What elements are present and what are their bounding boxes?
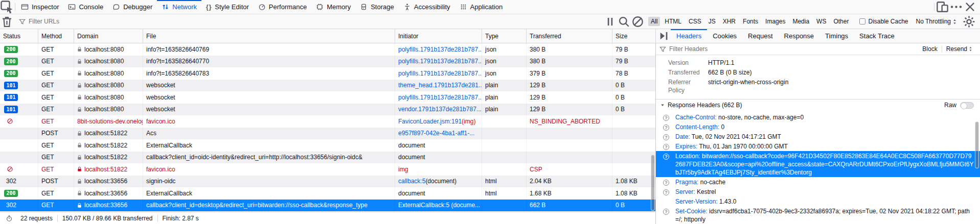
response-header-row[interactable]: Server-Version: 1.43.0 <box>656 196 980 206</box>
detail-tab-request[interactable]: Request <box>742 29 778 43</box>
filter-urls-input[interactable]: Filter URLs <box>16 18 603 26</box>
throttling-dropdown[interactable]: No Throttling <box>914 18 960 25</box>
filter-html[interactable]: HTML <box>662 17 684 26</box>
filter-all[interactable]: All <box>648 17 660 26</box>
column-header-transferred[interactable]: Transferred <box>527 29 612 43</box>
tab-memory[interactable]: Memory <box>311 0 355 14</box>
performance-analysis-button[interactable] <box>2 215 16 222</box>
table-row[interactable]: GET8bit-solutions-dev.onelogin....favico… <box>0 115 655 128</box>
request-list-scrollbar[interactable] <box>651 155 655 211</box>
column-header-domain[interactable]: Domain <box>74 29 143 43</box>
block-requests-button[interactable] <box>631 15 645 29</box>
pause-recording-button[interactable] <box>603 15 617 29</box>
filter-js[interactable]: JS <box>706 17 718 26</box>
filter-media[interactable]: Media <box>790 17 812 26</box>
response-header-row[interactable]: Cache-Control: no-store, no-cache, max-a… <box>656 112 980 122</box>
detail-tab-headers[interactable]: Headers <box>671 29 707 43</box>
table-row[interactable]: 200GETlocalhost:8080info?t=1635826640783… <box>0 67 655 80</box>
tab-storage[interactable]: Storage <box>355 0 399 14</box>
tab-performance[interactable]: Performance <box>254 0 311 14</box>
disable-cache-checkbox[interactable]: Disable Cache <box>855 18 910 25</box>
initiator-text[interactable]: polyfills.1791b137de281b787... <box>398 94 482 101</box>
pick-element-button[interactable] <box>0 0 14 14</box>
table-row[interactable]: GETlocalhost:51822ExternalCallbackdocume… <box>0 139 655 152</box>
file-text: info?t=1635826640783 <box>146 70 209 77</box>
domain-cell: localhost:8080 <box>74 91 143 104</box>
search-button[interactable] <box>617 15 631 29</box>
table-row[interactable]: POSTlocalhost:51822Acse957f897-042e-4ba1… <box>0 128 655 140</box>
response-header-row[interactable]: Content-Length: 0 <box>656 122 980 132</box>
response-header-row[interactable]: Pragma: no-cache <box>656 177 980 187</box>
column-header-initiator[interactable]: Initiator <box>395 29 482 43</box>
tab-application[interactable]: Application <box>455 0 508 14</box>
response-header-row[interactable]: Set-Cookie: idsrv=adf6cba1-7075-402b-9ec… <box>656 206 980 224</box>
close-devtools-button[interactable] <box>963 0 977 14</box>
table-row[interactable]: 200GETlocalhost:33656ExternalCallbackdoc… <box>0 187 655 200</box>
detail-tab-response[interactable]: Response <box>779 29 820 43</box>
tab-accessibility[interactable]: Accessibility <box>399 0 455 14</box>
clear-requests-button[interactable] <box>0 15 14 29</box>
column-header-method[interactable]: Method <box>38 29 74 43</box>
toggle-panel-button[interactable] <box>657 29 671 43</box>
response-header-row[interactable]: Date: Tue, 02 Nov 2021 04:17:21 GMT <box>656 132 980 141</box>
tab-network[interactable]: Network <box>157 0 201 14</box>
style-editor-icon: {} <box>206 4 212 11</box>
tab-style-editor[interactable]: {}Style Editor <box>201 0 254 14</box>
initiator-text[interactable]: e957f897-042e-4ba1-aff1-... <box>398 130 474 137</box>
filter-ws[interactable]: WS <box>814 17 829 26</box>
filter-images[interactable]: Images <box>763 17 788 26</box>
column-header-type[interactable]: Type <box>482 29 527 43</box>
resend-button[interactable]: Resend <box>942 45 977 53</box>
initiator-text[interactable]: polyfills.1791b137de281b787... <box>398 58 482 65</box>
filter-fonts[interactable]: Fonts <box>740 17 761 26</box>
detail-tab-cookies[interactable]: Cookies <box>707 29 742 43</box>
responsive-design-button[interactable] <box>936 0 949 14</box>
network-statusbar: 22 requests 150.07 KB / 89.66 KB transfe… <box>0 212 655 224</box>
filter-css[interactable]: CSS <box>686 17 704 26</box>
tab-console[interactable]: Console <box>63 0 108 14</box>
filter-other[interactable]: Other <box>831 17 851 26</box>
network-settings-button[interactable] <box>962 15 976 29</box>
initiator-text[interactable]: callback:5 <box>398 178 425 185</box>
table-row[interactable]: 200GETlocalhost:8080info?t=1635826640770… <box>0 56 655 68</box>
table-row[interactable]: 101GETlocalhost:8080websocketpolyfills.1… <box>0 91 655 104</box>
filter-xhr[interactable]: XHR <box>720 17 738 26</box>
column-header-size[interactable]: Size <box>612 29 656 43</box>
initiator-text[interactable]: vendor.1791b137de281b787... <box>398 106 482 113</box>
tab-debugger[interactable]: Debugger <box>108 0 157 14</box>
response-header-row[interactable]: Location: bitwarden://sso-callback?code=… <box>656 151 980 177</box>
request-detail-pane: HeadersCookiesRequestResponseTimingsStac… <box>656 29 980 224</box>
column-header-status[interactable]: Status <box>0 29 38 43</box>
status-badge: 200 <box>4 190 18 197</box>
block-url-button[interactable]: Block <box>918 45 941 53</box>
initiator-text[interactable]: polyfills.1791b137de281b787... <box>398 46 482 53</box>
summary-label: Version <box>656 59 708 67</box>
response-header-row[interactable]: Expires: Thu, 01 Jan 1970 00:00:00 GMT <box>656 141 980 151</box>
domain-text: localhost:8080 <box>84 106 124 113</box>
tab-inspector[interactable]: Inspector <box>16 0 63 14</box>
table-row[interactable]: 302GETlocalhost:33656callback?client_id=… <box>0 200 655 212</box>
table-row[interactable]: 302POSTlocalhost:33656signin-oidccallbac… <box>0 176 655 188</box>
table-row[interactable]: 200GETlocalhost:8080info?t=1635826640769… <box>0 43 655 56</box>
lock-icon <box>77 107 82 112</box>
initiator-text[interactable]: theme_head.1791b137de281... <box>398 82 482 89</box>
domain-cell: localhost:8080 <box>74 43 143 56</box>
table-row[interactable]: GETlocalhost:51822callback?client_id=oid… <box>0 152 655 164</box>
table-row[interactable]: 101GETlocalhost:8080websocketvendor.1791… <box>0 104 655 116</box>
raw-toggle[interactable] <box>960 102 974 109</box>
status-cell: 200 <box>0 56 38 68</box>
table-row[interactable]: 101GETlocalhost:8080websockettheme_head.… <box>0 80 655 92</box>
devtools-menu-button[interactable] <box>949 0 963 14</box>
response-header-row[interactable]: Server: Kestrel <box>656 187 980 196</box>
file-cell: favicon.ico <box>143 115 395 128</box>
memory-icon <box>316 3 324 11</box>
initiator-text[interactable]: polyfills.1791b137de281b787... <box>398 70 482 77</box>
initiator-text[interactable]: FaviconLoader.jsm:191 <box>398 118 462 125</box>
detail-tab-stack-trace[interactable]: Stack Trace <box>854 29 900 43</box>
table-row[interactable]: GETlocalhost:51822favicon.icoimgCSP <box>0 163 655 176</box>
column-header-file[interactable]: File <box>143 29 395 43</box>
status-cell: 101 <box>0 91 38 104</box>
detail-tab-timings[interactable]: Timings <box>819 29 854 43</box>
response-headers-section[interactable]: Response Headers (662 B) Raw <box>656 99 980 111</box>
headers-scrollbar[interactable] <box>975 121 979 168</box>
